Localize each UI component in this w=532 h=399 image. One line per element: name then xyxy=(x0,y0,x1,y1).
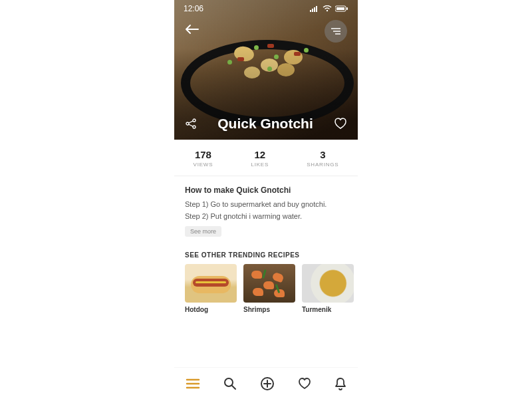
svg-line-20 xyxy=(232,386,235,389)
svg-rect-0 xyxy=(310,10,311,12)
svg-rect-6 xyxy=(336,7,344,10)
trending-card[interactable]: Shrimps xyxy=(243,264,295,313)
status-bar: 12:06 xyxy=(174,0,358,17)
stat-value: 12 xyxy=(251,149,269,160)
hero-image: 12:06 Quick Gnotchi xyxy=(174,0,358,140)
svg-line-15 xyxy=(189,124,194,126)
stat-value: 178 xyxy=(194,149,213,160)
stat-label: LIKES xyxy=(251,162,269,168)
filter-icon xyxy=(331,27,341,35)
trending-card[interactable]: Turmenik xyxy=(302,264,354,313)
trending-card[interactable]: Hotdog xyxy=(185,264,237,313)
heart-icon xyxy=(298,378,311,390)
tab-add[interactable] xyxy=(260,376,275,391)
svg-rect-2 xyxy=(314,7,315,12)
phone-frame: 12:06 Quick Gnotchi 178 VIEWS xyxy=(174,0,358,399)
back-button[interactable] xyxy=(185,24,200,35)
battery-icon xyxy=(335,5,348,12)
trending-image xyxy=(243,264,295,303)
trending-image xyxy=(185,264,237,303)
stat-value: 3 xyxy=(307,149,338,160)
svg-rect-1 xyxy=(312,9,313,12)
filter-menu-button[interactable] xyxy=(325,20,347,43)
stat-label: VIEWS xyxy=(194,162,213,168)
signal-icon xyxy=(310,5,319,12)
stat-label: SHARINGS xyxy=(307,162,338,168)
menu-icon xyxy=(186,378,200,390)
plus-circle-icon xyxy=(260,376,275,391)
svg-rect-3 xyxy=(316,6,317,12)
svg-point-12 xyxy=(193,119,196,122)
howto-title: How to make Quick Gnotchi xyxy=(185,186,347,195)
howto-step: Step 2) Put gnotchi i warming water. xyxy=(185,212,347,220)
bell-icon xyxy=(334,377,346,390)
recipe-title: Quick Gnotchi xyxy=(206,116,325,132)
stat-sharings: 3 SHARINGS xyxy=(307,149,338,168)
svg-line-14 xyxy=(189,121,194,123)
tab-notifications[interactable] xyxy=(334,377,346,390)
svg-point-4 xyxy=(327,10,328,11)
trending-heading: SEE OTHER TRENDING RECIPES xyxy=(174,242,358,264)
trending-name: Shrimps xyxy=(243,306,295,313)
svg-point-11 xyxy=(186,122,189,125)
svg-rect-7 xyxy=(346,7,348,10)
howto-section: How to make Quick Gnotchi Step 1) Go to … xyxy=(174,176,358,242)
tab-bar xyxy=(174,367,358,399)
see-more-button[interactable]: See more xyxy=(185,226,221,237)
wifi-icon xyxy=(323,5,332,12)
search-icon xyxy=(223,377,237,390)
status-time: 12:06 xyxy=(184,4,203,13)
tab-favorites[interactable] xyxy=(298,378,311,390)
favorite-button[interactable] xyxy=(334,118,347,130)
stats-row: 178 VIEWS 12 LIKES 3 SHARINGS xyxy=(174,140,358,176)
svg-point-13 xyxy=(193,126,196,128)
stat-views: 178 VIEWS xyxy=(194,149,213,168)
stat-likes: 12 LIKES xyxy=(251,149,269,168)
share-button[interactable] xyxy=(185,118,197,130)
tab-home[interactable] xyxy=(186,378,200,390)
howto-step: Step 1) Go to supermarket and buy gnotch… xyxy=(185,200,347,208)
trending-row[interactable]: Hotdog Shrimps Turmenik xyxy=(174,264,358,320)
trending-name: Turmenik xyxy=(302,306,354,313)
trending-image xyxy=(302,264,354,303)
tab-search[interactable] xyxy=(223,377,237,390)
svg-point-19 xyxy=(225,378,233,386)
trending-name: Hotdog xyxy=(185,306,237,313)
